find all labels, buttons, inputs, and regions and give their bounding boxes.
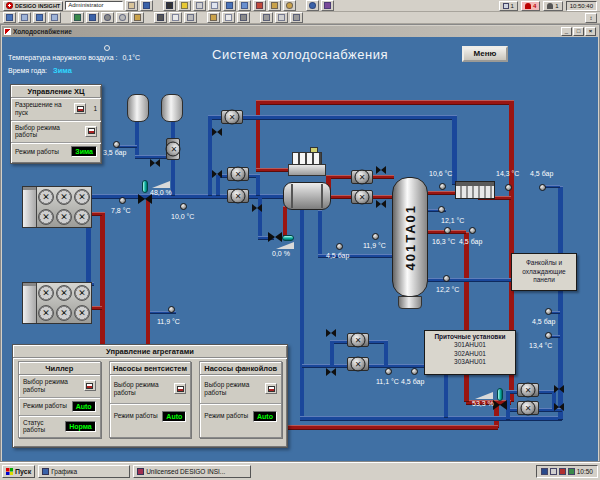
toolbar-icon-print[interactable]	[154, 12, 167, 23]
sensor-icon[interactable]	[385, 368, 392, 375]
sensor-icon[interactable]	[439, 183, 446, 190]
toolbar-icon-grid[interactable]	[275, 12, 288, 23]
tray-help-icon[interactable]	[550, 468, 557, 475]
valve-icon[interactable]	[554, 385, 564, 393]
sensor-icon[interactable]	[411, 368, 418, 375]
sensor-icon[interactable]	[336, 243, 343, 250]
toolbar-icon-refresh[interactable]	[71, 12, 84, 23]
toolbar-icon-home[interactable]	[48, 12, 61, 23]
sensor-icon[interactable]	[443, 275, 450, 282]
sensor-icon[interactable]	[113, 141, 120, 148]
fancoil-pumps-mode-select-button[interactable]	[265, 383, 277, 394]
valve-icon[interactable]	[150, 159, 160, 167]
valve-icon[interactable]	[326, 329, 336, 337]
toolbar-icon-forward[interactable]	[18, 12, 31, 23]
toolbar-icon-zoom-out[interactable]	[222, 12, 235, 23]
toolbar-icon-graphics-viewer[interactable]	[208, 0, 221, 11]
chiller-1[interactable]	[22, 186, 92, 228]
toolbar-icon-plant-viewer[interactable]	[163, 0, 176, 11]
toolbar-icon-export[interactable]	[184, 12, 197, 23]
valve-icon[interactable]	[376, 200, 386, 208]
minimize-button[interactable]	[561, 27, 572, 36]
toolbar-icon-reports[interactable]	[268, 0, 281, 11]
toolbar-icon-lock[interactable]	[321, 0, 334, 11]
pump-icon[interactable]	[227, 167, 249, 181]
sensor-icon[interactable]	[119, 197, 126, 204]
expansion-tank-2[interactable]	[161, 94, 183, 122]
pump-icon[interactable]	[221, 110, 243, 124]
valve-icon[interactable]	[376, 166, 386, 174]
maximize-button[interactable]	[573, 27, 584, 36]
toolbar-icon-alarm-viewer[interactable]	[178, 0, 191, 11]
toolbar-icon-globe[interactable]	[306, 0, 319, 11]
expansion-tank-1[interactable]	[127, 94, 149, 122]
pump-icon[interactable]	[517, 401, 539, 415]
toolbar-icon-time-scheduler[interactable]	[238, 0, 251, 11]
sensor-icon[interactable]	[168, 306, 175, 313]
printer-queue-indicator[interactable]: 1	[499, 1, 518, 11]
toolbar-icon-log-viewer[interactable]	[223, 0, 236, 11]
toolbar-icon-trend-viewer[interactable]	[253, 0, 266, 11]
pump-icon[interactable]	[351, 190, 373, 204]
sensor-icon[interactable]	[539, 184, 546, 191]
pump-icon[interactable]	[347, 333, 369, 347]
valve-icon[interactable]	[212, 128, 222, 136]
chiller-2[interactable]	[22, 282, 92, 324]
vent-pumps-mode-select-button[interactable]	[174, 383, 186, 394]
toolbar-scroll-spinner[interactable]: ↕	[585, 13, 597, 23]
sensor-icon[interactable]	[545, 308, 552, 315]
tray-status-icon[interactable]	[559, 468, 566, 475]
sensor-icon[interactable]	[505, 184, 512, 191]
toolbar-icon-pause[interactable]	[101, 12, 114, 23]
start-permission-button[interactable]	[74, 103, 86, 114]
sensor-icon[interactable]	[444, 227, 451, 234]
menu-button[interactable]: Меню	[462, 46, 508, 62]
event-counter[interactable]: 1	[543, 1, 562, 11]
three-way-valve-icon[interactable]	[268, 232, 282, 242]
valve-icon[interactable]	[326, 368, 336, 376]
buffer-tank[interactable]: 401TA01	[392, 177, 428, 297]
plate-heat-exchanger[interactable]	[455, 181, 495, 199]
toolbar-icon-play[interactable]	[116, 12, 129, 23]
tray-volume-icon[interactable]	[568, 468, 575, 475]
toolbar-icon-up[interactable]	[33, 12, 46, 23]
toolbar-icon-stop[interactable]	[86, 12, 99, 23]
pump-icon[interactable]	[227, 189, 249, 203]
pump-icon[interactable]	[347, 357, 369, 371]
chiller-mode-select-button[interactable]	[84, 380, 96, 391]
taskbar-item-desigo[interactable]: Unlicensed DESIGO INSI...	[133, 465, 251, 478]
toolbar-icon-zoom-in[interactable]	[207, 12, 220, 23]
toolbar-icon-alarm-bell[interactable]	[140, 0, 153, 11]
toolbar-icon-select[interactable]	[290, 12, 303, 23]
toolbar-icon-reaction-processor[interactable]	[283, 0, 296, 11]
tray-display-icon[interactable]	[541, 468, 548, 475]
user-field[interactable]: Administrator	[65, 1, 123, 10]
toolbar-icon-back[interactable]	[3, 12, 16, 23]
valve-icon[interactable]	[212, 170, 222, 178]
evaporator-vessel[interactable]	[283, 182, 331, 210]
toolbar-icon-page-setup[interactable]	[169, 12, 182, 23]
toolbar-icon-zoom-fit[interactable]	[237, 12, 250, 23]
sensor-icon[interactable]	[372, 233, 379, 240]
valve-icon[interactable]	[554, 403, 564, 411]
pump-icon[interactable]	[351, 170, 373, 184]
mode-select-button[interactable]	[85, 126, 97, 137]
sensor-icon[interactable]	[545, 332, 552, 339]
alarm-counter[interactable]: 4	[521, 1, 540, 11]
toolbar-icon-layers[interactable]	[260, 12, 273, 23]
system-menu-button[interactable]: DESIGO INSIGHT	[3, 1, 63, 11]
sensor-icon[interactable]	[438, 206, 445, 213]
system-tray[interactable]: 10:50	[536, 465, 598, 478]
start-button[interactable]: Пуск	[2, 465, 35, 478]
window-titlebar[interactable]: Холодоснабжение	[2, 26, 598, 37]
three-way-valve-icon[interactable]	[493, 400, 507, 410]
toolbar-icon-help[interactable]	[125, 0, 138, 11]
toolbar-icon-object-viewer[interactable]	[193, 0, 206, 11]
pump-icon[interactable]	[166, 138, 180, 160]
taskbar-item-grafika[interactable]: Графика	[38, 465, 130, 478]
toolbar-icon-acknowledge[interactable]	[131, 12, 144, 23]
pump-icon[interactable]	[517, 383, 539, 397]
close-button[interactable]	[585, 27, 596, 36]
sensor-icon[interactable]	[180, 203, 187, 210]
sensor-icon[interactable]	[469, 227, 476, 234]
